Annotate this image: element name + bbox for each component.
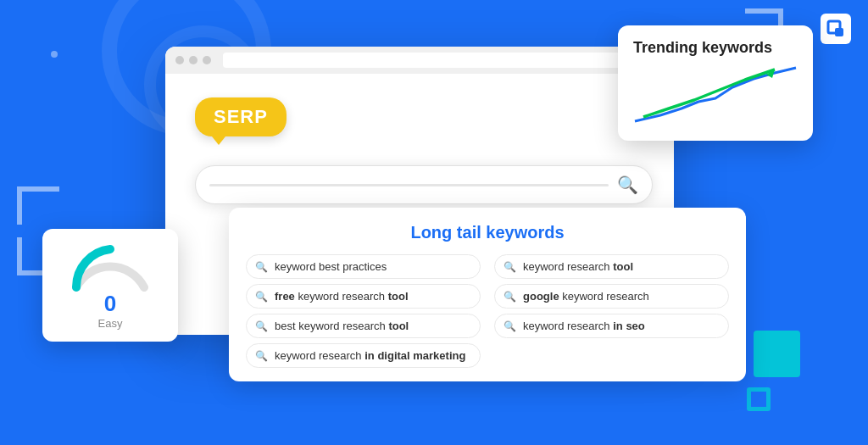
keyword-text-1: keyword best practices (275, 260, 387, 273)
keyword-text-7: keyword research in digital marketing (275, 349, 465, 362)
keyword-text-6: keyword research in seo (523, 320, 645, 332)
keywords-grid: 🔍 keyword best practices 🔍 keyword resea… (246, 254, 729, 368)
keyword-row-4: 🔍 google keyword research (494, 284, 729, 309)
keyword-text-5: best keyword research tool (275, 320, 409, 332)
bg-teal-square-outline (747, 387, 771, 411)
keyword-row-5: 🔍 best keyword research tool (246, 314, 481, 338)
trending-card-title: Trending keywords (633, 39, 798, 58)
serp-bubble: SERP (195, 97, 287, 136)
serp-label: SERP (214, 106, 268, 127)
keyword-text-2: keyword research tool (523, 260, 633, 273)
search-bar-container: 🔍 (195, 165, 653, 204)
browser-dot-3 (203, 56, 211, 64)
gauge-value: 0 (104, 291, 116, 317)
gauge-card: 0 Easy (42, 229, 178, 342)
browser-dot-1 (175, 56, 184, 64)
search-icon: 🔍 (617, 175, 638, 195)
browser-titlebar (165, 47, 674, 74)
search-bar[interactable]: 🔍 (195, 165, 653, 204)
bg-teal-square (754, 331, 800, 377)
search-icon-kw1: 🔍 (255, 261, 268, 273)
browser-url-bar (223, 53, 664, 68)
keyword-row-1: 🔍 keyword best practices (246, 254, 481, 279)
search-icon-kw5: 🔍 (255, 320, 268, 332)
keyword-text-4: google keyword research (523, 290, 649, 303)
browser-dot-2 (189, 56, 198, 64)
search-icon-kw7: 🔍 (255, 350, 268, 362)
bg-bracket-top-left (17, 186, 59, 225)
keyword-row-3: 🔍 free keyword research tool (246, 284, 481, 309)
svg-rect-1 (835, 28, 843, 36)
trending-keywords-card: Trending keywords (618, 25, 813, 141)
gauge-svg (68, 241, 153, 292)
keyword-row-6: 🔍 keyword research in seo (494, 314, 729, 338)
search-icon-kw4: 🔍 (504, 291, 516, 303)
trending-chart (633, 66, 798, 125)
keyword-row-7: 🔍 keyword research in digital marketing (246, 343, 481, 368)
keywords-card: Long tail keywords 🔍 keyword best practi… (229, 208, 746, 381)
keyword-row-2: 🔍 keyword research tool (494, 254, 729, 279)
search-icon-kw6: 🔍 (504, 320, 516, 332)
search-bar-input (209, 184, 609, 186)
gauge-label: Easy (98, 317, 123, 330)
logo-mark (821, 14, 851, 44)
keywords-card-title: Long tail keywords (246, 223, 729, 242)
bg-dot (51, 51, 58, 58)
search-icon-kw2: 🔍 (504, 261, 516, 273)
keyword-text-3: free keyword research tool (275, 290, 409, 303)
gauge-container (68, 241, 153, 287)
search-icon-kw3: 🔍 (255, 291, 268, 303)
